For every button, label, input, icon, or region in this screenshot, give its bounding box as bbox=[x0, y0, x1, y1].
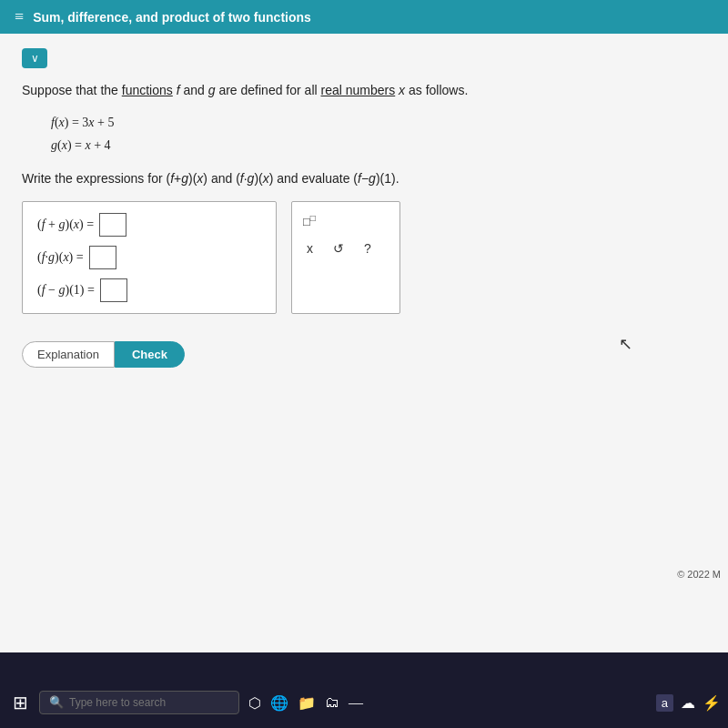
expr-label-1: (f + g)(x) = bbox=[37, 217, 94, 232]
arrow-icon[interactable]: ⚡ bbox=[703, 694, 721, 712]
check-button[interactable]: Check bbox=[115, 341, 185, 368]
calc-box: □□ x ↺ ? bbox=[291, 201, 400, 314]
files-icon[interactable]: 📁 bbox=[298, 694, 316, 712]
help-button[interactable]: ? bbox=[360, 239, 375, 258]
function-definitions: f(x) = 3x + 5 g(x) = x + 4 bbox=[51, 111, 706, 157]
main-content: ∨ Suppose that the functions f and g are… bbox=[0, 34, 728, 652]
expr-row-2: (f·g)(x) = bbox=[37, 246, 261, 269]
answer-input-3[interactable] bbox=[100, 278, 127, 302]
start-button[interactable]: ⊞ bbox=[7, 688, 34, 717]
chevron-button[interactable]: ∨ bbox=[22, 48, 47, 68]
taskbar-search-box[interactable]: 🔍 bbox=[39, 691, 239, 714]
f-definition: f(x) = 3x + 5 bbox=[51, 111, 706, 134]
write-instruction: Write the expressions for (f+g)(x) and (… bbox=[22, 169, 706, 188]
expr-row-3: (f − g)(1) = bbox=[37, 278, 261, 302]
expr-label-2: (f·g)(x) = bbox=[37, 250, 84, 265]
chevron-down-icon: ∨ bbox=[31, 52, 39, 65]
answer-input-2[interactable] bbox=[89, 246, 116, 269]
expressions-box: (f + g)(x) = (f·g)(x) = (f − g)(1) = bbox=[22, 201, 277, 314]
edge-icon[interactable]: 🌐 bbox=[270, 694, 288, 712]
keyboard-icon[interactable]: a bbox=[656, 694, 673, 712]
header-title: Sum, difference, and product of two func… bbox=[33, 10, 311, 25]
explanation-button[interactable]: Explanation bbox=[22, 341, 115, 368]
calc-row: x ↺ ? bbox=[303, 239, 375, 258]
input-area: (f + g)(x) = (f·g)(x) = (f − g)(1) = □□ bbox=[22, 201, 706, 314]
undo-button[interactable]: ↺ bbox=[329, 239, 348, 258]
g-definition: g(x) = x + 4 bbox=[51, 134, 706, 157]
superscript-area: □□ bbox=[303, 213, 316, 229]
copyright-text: © 2022 M bbox=[677, 569, 721, 580]
header-bar: ≡ Sum, difference, and product of two fu… bbox=[0, 0, 728, 34]
taskbar-icons: ⬡ 🌐 📁 🗂 — bbox=[248, 694, 363, 712]
task-view-icon[interactable]: ⬡ bbox=[248, 694, 261, 712]
problem-intro: Suppose that the functions f and g are d… bbox=[22, 81, 706, 100]
answer-input-1[interactable] bbox=[99, 213, 126, 237]
taskbar-right: a ☁ ⚡ bbox=[656, 694, 721, 712]
hamburger-icon[interactable]: ≡ bbox=[15, 7, 24, 26]
screen: ≡ Sum, difference, and product of two fu… bbox=[0, 0, 728, 728]
x-button[interactable]: x bbox=[303, 239, 317, 258]
store-icon[interactable]: 🗂 bbox=[325, 694, 339, 711]
terminal-icon[interactable]: — bbox=[349, 694, 363, 711]
expr-label-3: (f − g)(1) = bbox=[37, 283, 95, 298]
search-input[interactable] bbox=[69, 696, 224, 709]
taskbar: ⊞ 🔍 ⬡ 🌐 📁 🗂 — a ☁ ⚡ bbox=[0, 677, 728, 728]
cloud-icon[interactable]: ☁ bbox=[681, 694, 695, 712]
search-icon: 🔍 bbox=[49, 695, 64, 710]
expr-row-1: (f + g)(x) = bbox=[37, 213, 261, 237]
bottom-buttons: Explanation Check bbox=[22, 341, 706, 368]
